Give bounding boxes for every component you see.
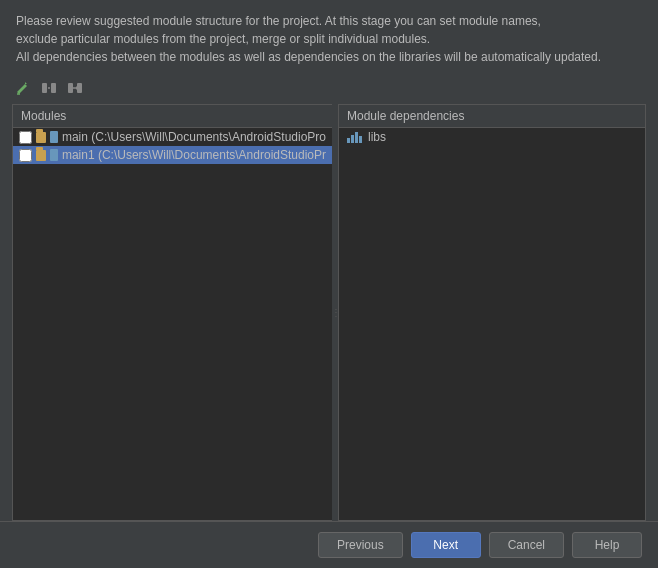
dependency-item-libs: libs (339, 128, 645, 146)
bar3 (355, 132, 358, 143)
description-line3: All dependencies between the modules as … (16, 48, 642, 66)
modules-panel-body: main (C:\Users\Will\Documents\AndroidStu… (13, 128, 332, 520)
description-line2: exclude particular modules from the proj… (16, 30, 642, 48)
module-checkbox-main1[interactable] (19, 149, 32, 162)
bar4 (359, 136, 362, 143)
edit-icon (15, 80, 31, 96)
help-button[interactable]: Help (572, 532, 642, 558)
footer: Previous Next Cancel Help (0, 521, 658, 568)
cancel-button[interactable]: Cancel (489, 532, 564, 558)
bar1 (347, 138, 350, 143)
module-icon-2 (50, 149, 58, 161)
svg-rect-4 (68, 83, 73, 93)
split-button[interactable] (38, 78, 60, 98)
bar2 (351, 135, 354, 143)
modules-panel-header: Modules (13, 105, 332, 128)
libs-icon (347, 131, 362, 143)
main-content: Modules main (C:\Users\Will\Documents\An… (0, 104, 658, 521)
modules-panel: Modules main (C:\Users\Will\Documents\An… (12, 104, 332, 521)
module-label-main1: main1 (C:\Users\Will\Documents\AndroidSt… (62, 148, 326, 162)
merge-button[interactable] (64, 78, 86, 98)
dependencies-panel: Module dependencies libs (338, 104, 646, 521)
previous-button[interactable]: Previous (318, 532, 403, 558)
dependency-label-libs: libs (368, 130, 386, 144)
module-icon (50, 131, 58, 143)
module-item-main1[interactable]: main1 (C:\Users\Will\Documents\AndroidSt… (13, 146, 332, 164)
dependencies-panel-body: libs (339, 128, 645, 520)
libs-bar-chart-icon (347, 131, 362, 143)
folder-icon (36, 132, 46, 143)
folder-icon-2 (36, 150, 46, 161)
merge-icon (67, 80, 83, 96)
split-icon (41, 80, 57, 96)
panel-container: Modules main (C:\Users\Will\Documents\An… (12, 104, 646, 521)
dependencies-panel-header: Module dependencies (339, 105, 645, 128)
description-line1: Please review suggested module structure… (16, 12, 642, 30)
module-item-main[interactable]: main (C:\Users\Will\Documents\AndroidStu… (13, 128, 332, 146)
svg-rect-2 (51, 83, 56, 93)
toolbar (0, 74, 658, 104)
module-label-main: main (C:\Users\Will\Documents\AndroidStu… (62, 130, 326, 144)
svg-rect-1 (42, 83, 47, 93)
next-button[interactable]: Next (411, 532, 481, 558)
module-checkbox-main[interactable] (19, 131, 32, 144)
description-area: Please review suggested module structure… (0, 0, 658, 74)
edit-button[interactable] (12, 78, 34, 98)
